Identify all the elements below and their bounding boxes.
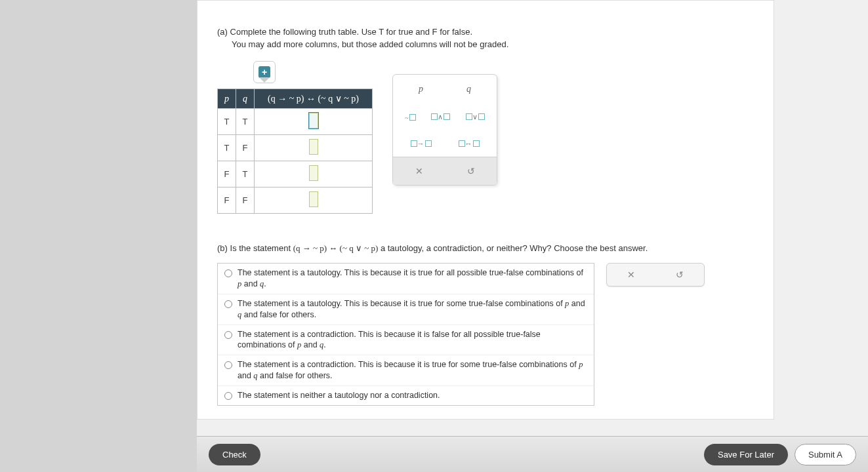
option-label: The statement is neither a tautology nor… <box>238 390 440 401</box>
radio-button[interactable] <box>224 361 232 369</box>
palette-cond[interactable]: → <box>405 137 437 150</box>
symbol-palette: p q ~ ∧ ∨ → ↔ ✕ ↺ <box>392 74 497 186</box>
check-button[interactable]: Check <box>209 444 260 465</box>
truth-input[interactable] <box>309 191 318 207</box>
option-label: The statement is a tautology. This is be… <box>238 298 587 321</box>
table-row: F F <box>218 187 373 214</box>
submit-button[interactable]: Submit A <box>795 444 856 465</box>
palette-q[interactable]: q <box>461 81 476 97</box>
part-b-header: (b) Is the statement (q → ~ p) ↔ (~ q ∨ … <box>217 243 754 254</box>
table-row: T F <box>218 135 373 161</box>
radio-button[interactable] <box>224 269 232 277</box>
truth-input[interactable] <box>309 165 318 181</box>
option-row: The statement is a contradiction. This i… <box>218 325 594 356</box>
footer-bar: Check Save For Later Submit A <box>197 436 868 472</box>
undo-icon[interactable]: ↺ <box>672 267 687 282</box>
option-row: The statement is a tautology. This is be… <box>218 264 594 294</box>
close-icon[interactable]: ✕ <box>412 164 426 178</box>
palette-or[interactable]: ∨ <box>461 110 490 124</box>
radio-button[interactable] <box>224 331 232 339</box>
close-icon[interactable]: ✕ <box>624 267 638 282</box>
col-header-p: p <box>218 89 236 109</box>
table-row: T T <box>218 109 373 135</box>
option-label: The statement is a contradiction. This i… <box>238 329 587 351</box>
option-row: The statement is neither a tautology nor… <box>218 386 594 405</box>
truth-table: p q (q → ~ p) ↔ (~ q ∨ ~ p) T T T F <box>217 88 373 214</box>
options-box: The statement is a tautology. This is be… <box>217 263 594 406</box>
add-column-button[interactable]: + <box>253 61 276 83</box>
option-row: The statement is a contradiction. This i… <box>218 355 594 386</box>
reset-icon[interactable]: ↺ <box>464 164 478 178</box>
palette-not[interactable]: ~ <box>400 111 421 124</box>
part-a-header: (a) Complete the following truth table. … <box>217 27 754 37</box>
col-header-expr: (q → ~ p) ↔ (~ q ∨ ~ p) <box>255 89 373 109</box>
option-label: The statement is a contradiction. This i… <box>238 359 587 382</box>
truth-input[interactable] <box>309 139 318 155</box>
table-row: F T <box>218 161 373 187</box>
save-for-later-button[interactable]: Save For Later <box>704 444 788 465</box>
col-header-q: q <box>236 89 255 109</box>
palette-and[interactable]: ∧ <box>426 110 455 124</box>
palette-bicond[interactable]: ↔ <box>453 137 485 150</box>
plus-icon: + <box>258 66 270 78</box>
part-a-subtext: You may add more columns, but those adde… <box>232 39 754 49</box>
palette-p[interactable]: p <box>413 81 428 97</box>
part-b-reset-box: ✕ ↺ <box>606 263 705 286</box>
truth-input[interactable] <box>309 113 318 128</box>
radio-button[interactable] <box>224 300 232 308</box>
option-row: The statement is a tautology. This is be… <box>218 294 594 325</box>
radio-button[interactable] <box>224 392 232 400</box>
option-label: The statement is a tautology. This is be… <box>238 267 587 290</box>
